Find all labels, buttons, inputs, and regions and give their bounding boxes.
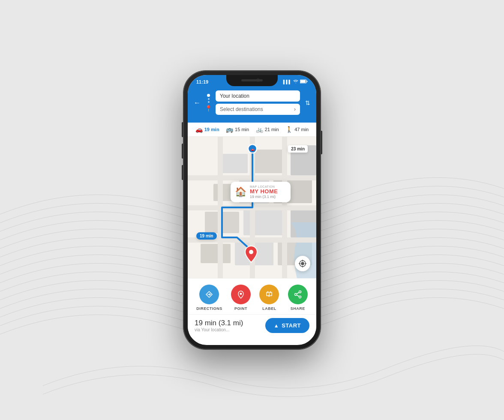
popup-subtitle: 19 min (3.1 mi): [250, 195, 278, 199]
point-icon-circle: [231, 285, 251, 304]
trip-time: 19 min (3.1 mi): [195, 319, 243, 327]
wifi-icon: [293, 79, 298, 84]
point-action[interactable]: POINT: [231, 285, 251, 311]
svg-line-37: [297, 295, 299, 297]
svg-rect-5: [252, 150, 286, 173]
svg-rect-4: [222, 154, 248, 173]
bus-time: 15 min: [235, 127, 249, 132]
start-button[interactable]: ▲ START: [265, 318, 309, 333]
popup-label: MAP LOCATION: [250, 185, 278, 188]
back-button[interactable]: ←: [194, 99, 201, 107]
phone-screen: 11:19 ▌▌▌: [188, 75, 316, 345]
svg-point-34: [299, 296, 301, 298]
popup-title: MY HOME: [250, 188, 278, 195]
svg-rect-1: [300, 80, 306, 83]
map-time-bottom: 19 min: [196, 232, 217, 240]
bus-icon: 🚌: [226, 126, 233, 133]
transport-walk[interactable]: 🚶 47 min: [285, 126, 309, 133]
bike-time: 21 min: [265, 127, 279, 132]
destination-input[interactable]: Select destinations ›: [216, 104, 300, 115]
svg-point-33: [299, 291, 301, 293]
svg-point-32: [240, 293, 242, 295]
directions-label: DIRECTIONS: [196, 306, 222, 311]
gps-button[interactable]: [295, 256, 310, 271]
svg-point-27: [301, 262, 304, 265]
map-area[interactable]: 🚗 23 min 19 min 🏠: [188, 137, 316, 278]
popup-text: MAP LOCATION MY HOME 19 min (3.1 mi): [250, 185, 278, 199]
svg-rect-13: [201, 244, 231, 263]
start-icon: ▲: [274, 323, 279, 329]
nav-inputs: Your location Select destinations ›: [216, 90, 300, 115]
transport-bar: 🚗 19 min 🚌 15 min 🚲 21 min 🚶 47 min: [188, 123, 316, 137]
bottom-bar: 19 min (3.1 mi) via Your location... ▲ S…: [188, 314, 316, 337]
origin-dot: [207, 94, 210, 97]
mid-dot: [208, 98, 210, 100]
label-icon-circle: [259, 285, 279, 304]
share-label: SHARE: [291, 306, 305, 311]
transport-car[interactable]: 🚗 19 min: [195, 126, 219, 133]
location-input[interactable]: Your location: [216, 90, 300, 102]
share-action[interactable]: SHARE: [288, 285, 308, 311]
point-label: POINT: [234, 306, 247, 311]
map-time-top: 23 min: [288, 145, 308, 153]
share-icon-circle: [288, 285, 308, 304]
signal-icon: ▌▌▌: [283, 80, 291, 84]
transport-bus[interactable]: 🚌 15 min: [226, 126, 249, 133]
action-bar: DIRECTIONS POINT: [188, 278, 316, 314]
phone-shell: 11:19 ▌▌▌: [183, 71, 321, 349]
walk-time: 47 min: [294, 127, 309, 132]
map-location-popup[interactable]: 🏠 MAP LOCATION MY HOME 19 min (3.1 mi): [231, 182, 291, 202]
svg-point-35: [294, 294, 297, 296]
notch-bar: [241, 79, 263, 81]
destination-pin-icon: 📍: [205, 105, 212, 112]
notch: [226, 75, 278, 86]
svg-rect-21: [282, 137, 287, 278]
svg-text:🚗: 🚗: [250, 147, 255, 151]
car-icon: 🚗: [195, 126, 203, 133]
bike-icon: 🚲: [256, 126, 263, 133]
trip-via: via Your location...: [195, 327, 243, 332]
status-time: 11:19: [196, 79, 208, 84]
swap-button[interactable]: ⇅: [305, 99, 310, 106]
route-dots: 📍: [205, 94, 212, 112]
walk-icon: 🚶: [285, 126, 293, 133]
transport-bike[interactable]: 🚲 21 min: [256, 126, 279, 133]
home-icon: 🏠: [235, 186, 246, 198]
car-time: 19 min: [204, 127, 219, 132]
nav-row: ← 📍 Your location Select destinations: [194, 90, 310, 115]
svg-rect-2: [307, 81, 308, 82]
trip-distance: (3.1 mi): [219, 319, 243, 327]
directions-action[interactable]: DIRECTIONS: [196, 285, 222, 311]
mid-dot2: [208, 101, 210, 103]
label-action[interactable]: LABEL: [259, 285, 279, 311]
svg-line-36: [297, 293, 299, 294]
status-icons: ▌▌▌: [283, 79, 308, 84]
battery-icon: [300, 79, 308, 84]
label-label: LABEL: [262, 306, 276, 311]
phone-mockup: 11:19 ▌▌▌: [183, 71, 321, 349]
svg-point-25: [249, 250, 253, 254]
directions-icon-circle: [199, 285, 219, 304]
nav-header: ← 📍 Your location Select destinations: [188, 87, 316, 123]
chevron-right-icon: ›: [294, 106, 296, 112]
trip-info: 19 min (3.1 mi) via Your location...: [195, 319, 243, 332]
